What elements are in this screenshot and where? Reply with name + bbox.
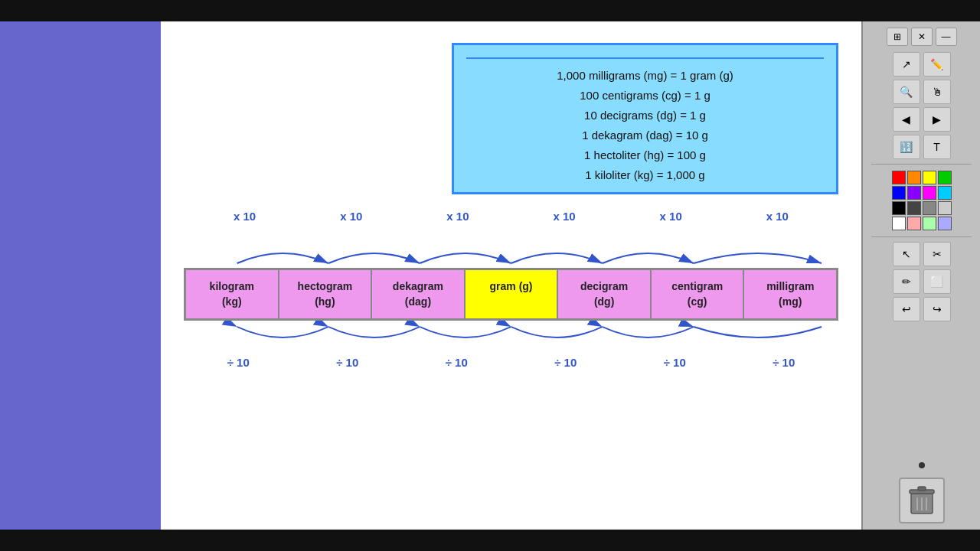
color-swatch[interactable] [907, 171, 921, 184]
mass-table-row: 1,000 milligrams (mg) = 1 gram (g) [466, 67, 824, 85]
unit-box-centigram: centigram(cg) [652, 270, 745, 318]
left-bar [0, 21, 161, 530]
erase-icon[interactable]: ⬜ [923, 269, 951, 294]
unit-box-kilogram: kilogram(kg) [186, 270, 279, 318]
multiply-labels: x 10x 10x 10x 10x 10x 10 [191, 210, 831, 223]
redo-icon[interactable]: ↪ [923, 297, 951, 321]
text-tool-icon[interactable]: T [923, 135, 951, 159]
color-swatch[interactable] [938, 186, 952, 200]
arrows-top-container [191, 240, 831, 268]
divide-label: ÷ 10 [535, 356, 596, 369]
mass-table: 1,000 milligrams (mg) = 1 gram (g)100 ce… [452, 43, 838, 194]
sidebar-row-7: ↩ ↪ [866, 297, 977, 321]
unit-box-gram-(g): gram (g) [466, 270, 559, 318]
color-swatch[interactable] [938, 171, 952, 184]
color-swatch[interactable] [907, 201, 921, 215]
hand-icon[interactable]: ✂ [923, 242, 951, 266]
sidebar-row-2: 🔍 🖱 [866, 80, 977, 104]
divider-2 [871, 236, 972, 237]
sidebar-bottom [899, 462, 945, 523]
calc-icon[interactable]: 🔢 [893, 135, 920, 159]
mass-table-row: 1 hectoliter (hg) = 100 g [466, 146, 824, 165]
trash-svg [908, 484, 936, 517]
divide-label: ÷ 10 [753, 356, 815, 369]
divide-labels: ÷ 10÷ 10÷ 10÷ 10÷ 10÷ 10 [184, 356, 838, 369]
multiply-label: x 10 [746, 210, 808, 223]
divide-label: ÷ 10 [426, 356, 487, 369]
unit-box-milligram: milligram(mg) [744, 270, 836, 318]
top-section: 1,000 milligrams (mg) = 1 gram (g)100 ce… [184, 43, 838, 194]
mass-table-row: 10 decigrams (dg) = 1 g [466, 106, 824, 125]
forward-icon[interactable]: ▶ [923, 107, 951, 132]
mass-table-title [466, 53, 824, 59]
minimize-icon[interactable]: — [936, 28, 957, 46]
black-bar-top [0, 0, 980, 21]
multiply-label: x 10 [321, 210, 382, 223]
divide-label: ÷ 10 [207, 356, 269, 369]
color-palette [892, 171, 952, 230]
sidebar: ⊞ ✕ — ↗ ✏️ 🔍 🖱 ◀ ▶ 🔢 T ↖ ✂ ✏ ⬜ ↩ ↪ [861, 21, 980, 530]
multiply-label: x 10 [534, 210, 595, 223]
sidebar-row-1: ↗ ✏️ [866, 52, 977, 77]
color-swatch[interactable] [907, 217, 921, 230]
color-swatch[interactable] [923, 171, 936, 184]
mass-table-row: 1 kiloliter (kg) = 1,000 g [466, 166, 824, 184]
search-icon[interactable]: 🔍 [893, 80, 920, 104]
arrows-bottom-container [191, 321, 831, 354]
color-swatch[interactable] [892, 201, 906, 215]
sidebar-top-icons: ⊞ ✕ — [887, 28, 957, 46]
black-bar-bottom [0, 530, 980, 551]
grid-icon[interactable]: ⊞ [887, 28, 908, 46]
color-swatch[interactable] [923, 217, 936, 230]
units-row: kilogram(kg)hectogram(hg)dekagram(dag)gr… [184, 268, 838, 321]
diagram-section: x 10x 10x 10x 10x 10x 10 [184, 210, 838, 369]
pen-icon[interactable]: ✏️ [923, 52, 951, 77]
share-icon[interactable]: ↗ [893, 52, 920, 77]
color-swatch[interactable] [923, 201, 936, 215]
sidebar-row-5: ↖ ✂ [866, 242, 977, 266]
color-swatch[interactable] [907, 186, 921, 200]
arrows-top-svg [191, 240, 831, 268]
multiply-label: x 10 [640, 210, 701, 223]
arrows-bottom-svg [191, 321, 831, 354]
pointer-icon[interactable]: 🖱 [923, 80, 951, 104]
sidebar-row-3: ◀ ▶ [866, 107, 977, 132]
close-icon[interactable]: ✕ [911, 28, 933, 46]
mass-table-rows: 1,000 milligrams (mg) = 1 gram (g)100 ce… [466, 67, 824, 184]
sidebar-row-4: 🔢 T [866, 135, 977, 159]
trash-icon[interactable] [899, 478, 945, 523]
dot-indicator [919, 462, 925, 468]
color-swatch[interactable] [892, 171, 906, 184]
color-swatch[interactable] [923, 186, 936, 200]
back-icon[interactable]: ◀ [893, 107, 920, 132]
color-swatch[interactable] [938, 201, 952, 215]
color-swatch[interactable] [892, 186, 906, 200]
unit-box-hectogram: hectogram(hg) [279, 270, 373, 318]
svg-rect-4 [918, 487, 926, 491]
multiply-label: x 10 [427, 210, 488, 223]
multiply-label: x 10 [214, 210, 276, 223]
divider-1 [871, 164, 972, 165]
unit-box-decigram: decigram(dg) [558, 270, 652, 318]
undo-icon[interactable]: ↩ [893, 297, 920, 321]
color-swatch[interactable] [892, 217, 906, 230]
mass-table-row: 1 dekagram (dag) = 10 g [466, 126, 824, 145]
sidebar-row-6: ✏ ⬜ [866, 269, 977, 294]
main-content: 1,000 milligrams (mg) = 1 gram (g)100 ce… [161, 21, 861, 530]
divide-label: ÷ 10 [644, 356, 705, 369]
mass-table-row: 100 centigrams (cg) = 1 g [466, 86, 824, 105]
cursor-icon[interactable]: ↖ [893, 242, 920, 266]
draw-icon[interactable]: ✏ [893, 269, 920, 294]
unit-box-dekagram: dekagram(dag) [372, 270, 466, 318]
color-swatch[interactable] [938, 217, 952, 230]
divide-label: ÷ 10 [317, 356, 378, 369]
